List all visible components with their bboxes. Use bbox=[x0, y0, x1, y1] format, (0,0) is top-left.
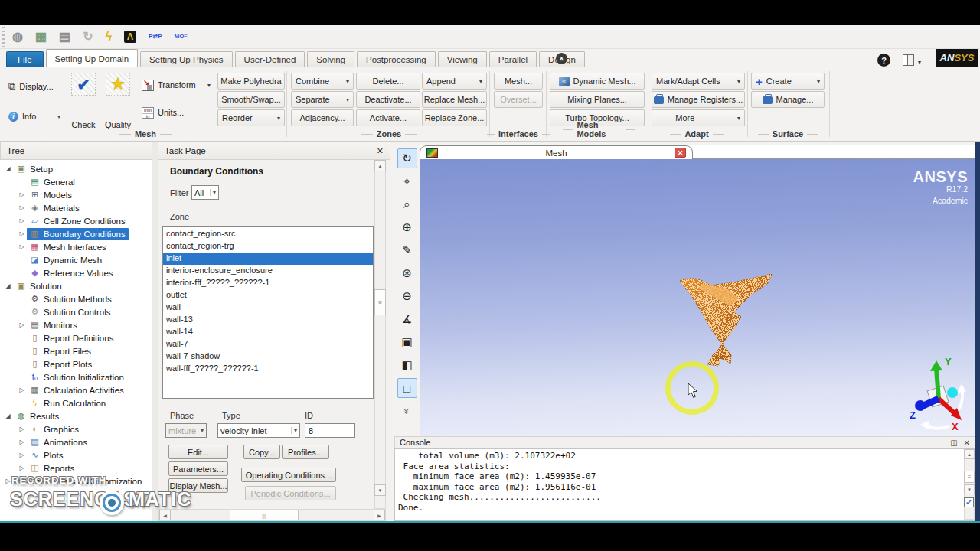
more-adapt-button[interactable]: More▾ bbox=[652, 109, 745, 126]
profiles-button[interactable]: Profiles... bbox=[282, 445, 329, 459]
zoom-out-icon[interactable]: ⊖ bbox=[397, 286, 417, 306]
manage-registers-button[interactable]: Manage Registers... bbox=[652, 91, 745, 108]
display-button[interactable]: ⧉Display... bbox=[5, 77, 64, 96]
tree-item[interactable]: ◪ Dynamic Mesh bbox=[0, 253, 152, 266]
zoom-in-icon[interactable]: ⊕ bbox=[397, 217, 417, 237]
console-close-icon[interactable]: ✕ bbox=[964, 439, 970, 447]
tree-item[interactable]: ▯ Report Definitions bbox=[0, 331, 152, 344]
edit-button[interactable]: Edit... bbox=[168, 445, 228, 459]
tree-item[interactable]: ▷ ◈ Materials bbox=[0, 201, 152, 214]
mixing-planes-button[interactable]: Mixing Planes... bbox=[550, 91, 645, 108]
scroll-right-icon[interactable]: ▶ bbox=[374, 510, 385, 520]
delete-button[interactable]: Delete... bbox=[356, 73, 420, 90]
deactivate-button[interactable]: Deactivate... bbox=[356, 91, 420, 108]
console-output[interactable]: total volume (m3): 2.107322e+02 Face are… bbox=[394, 448, 975, 521]
zone-list-item[interactable]: contact_region-trg bbox=[163, 240, 373, 253]
tree-item[interactable]: ⚙ Solution Controls bbox=[0, 305, 152, 318]
help-icon[interactable]: ? bbox=[877, 54, 890, 67]
zone-list-item[interactable]: interior-enclosure_enclosure bbox=[163, 265, 373, 277]
zone-list-item[interactable]: inlet bbox=[163, 253, 373, 265]
tree-item[interactable]: ▷ ▦ Calculation Activities bbox=[0, 383, 152, 396]
tree-expander-icon[interactable]: ▷ bbox=[17, 452, 27, 458]
adjacency-button[interactable]: Adjacency... bbox=[291, 109, 354, 126]
console-scroll-down-icon[interactable]: ▼ bbox=[964, 484, 975, 494]
zone-list-item[interactable]: wall bbox=[163, 302, 373, 314]
tree-expander-icon[interactable]: ◢ bbox=[3, 282, 13, 289]
quality-button[interactable]: ★Quality bbox=[100, 73, 136, 129]
tree-item[interactable]: ▷ ▤ Monitors bbox=[0, 318, 152, 331]
tree-expander-icon[interactable]: ▷ bbox=[17, 243, 27, 250]
scroll-down-icon[interactable]: ▼ bbox=[374, 484, 386, 496]
task-page-close-icon[interactable]: ✕ bbox=[377, 146, 384, 156]
calculate-icon[interactable]: ϟ bbox=[106, 31, 112, 43]
save-case-icon[interactable]: ▤ bbox=[59, 31, 70, 43]
tree-expander-icon[interactable]: ▷ bbox=[17, 465, 27, 471]
zone-list-item[interactable]: wall-fff_?????_??????-1 bbox=[163, 363, 373, 375]
filter-dropdown[interactable]: All▾ bbox=[191, 185, 219, 200]
console-scroll-up-icon[interactable]: ▲ bbox=[964, 449, 975, 459]
snapshot-icon[interactable]: ▣ bbox=[397, 332, 417, 352]
tree-item[interactable]: ▷ ◫ Reports bbox=[0, 461, 152, 474]
tree-expander-icon[interactable]: ▷ bbox=[17, 217, 27, 224]
zone-list-item[interactable]: contact_region-src bbox=[163, 228, 373, 240]
tree-item[interactable]: ▯ Report Files bbox=[0, 344, 152, 357]
activate-button[interactable]: Activate... bbox=[356, 109, 420, 126]
measure-icon[interactable]: ∡ bbox=[397, 309, 417, 329]
collapse-ribbon-icon[interactable]: ∧ bbox=[556, 53, 567, 64]
import-case-icon[interactable]: ▦ bbox=[35, 31, 47, 43]
tree-expander-icon[interactable]: ▷ bbox=[17, 386, 27, 393]
mesh-tab-close-icon[interactable]: ✕ bbox=[675, 148, 686, 158]
copy-button[interactable]: Copy... bbox=[243, 445, 280, 459]
ribbon-tab[interactable]: Solving bbox=[307, 51, 354, 67]
tree-expander-icon[interactable]: ▷ bbox=[17, 204, 27, 211]
pan-icon[interactable]: ⌖ bbox=[397, 171, 417, 191]
zone-list-item[interactable]: wall-7-shadow bbox=[163, 350, 373, 363]
tree-expander-icon[interactable]: ▷ bbox=[17, 439, 27, 445]
tree-item[interactable]: ◢ ▣ Setup bbox=[0, 162, 152, 175]
tree-expander-icon[interactable]: ▷ bbox=[17, 321, 27, 328]
scroll-up-icon[interactable]: ▲ bbox=[374, 160, 386, 171]
ansys-a-icon[interactable]: Λ bbox=[124, 31, 136, 43]
smooth-swap-button[interactable]: Smooth/Swap... bbox=[217, 91, 285, 108]
id-field[interactable] bbox=[305, 423, 355, 438]
tree-item[interactable]: ▤ General bbox=[0, 175, 152, 188]
make-polyhedra-button[interactable]: Make Polyhedra bbox=[217, 73, 285, 90]
profile-transfer-icon[interactable]: P⇄P bbox=[149, 34, 162, 40]
iso-view-icon[interactable]: □ bbox=[397, 378, 417, 398]
zone-list-item[interactable]: interior-fff_?????_??????-1 bbox=[163, 277, 373, 289]
info-button[interactable]: iInfo▾ bbox=[5, 107, 64, 126]
check-button[interactable]: ✔Check bbox=[67, 73, 100, 129]
console-autoscroll-checkbox[interactable]: ✔ bbox=[964, 497, 974, 507]
tree-item[interactable]: ϟ Run Calculation bbox=[0, 396, 152, 409]
window-layout-icon[interactable] bbox=[903, 54, 914, 66]
separate-button[interactable]: Separate▾ bbox=[291, 91, 354, 108]
task-page-vscrollbar[interactable] bbox=[374, 160, 386, 509]
mesh-window-tab[interactable]: Mesh ✕ bbox=[420, 145, 693, 159]
zone-list-item[interactable]: wall-7 bbox=[163, 338, 373, 350]
graphics-viewport[interactable]: ANSYS R17.2 Academic bbox=[420, 159, 975, 436]
reorder-button[interactable]: Reorder▾ bbox=[217, 109, 285, 126]
tree-item[interactable]: t₀ Solution Initialization bbox=[0, 370, 152, 383]
console-dock-icon[interactable]: ◫ bbox=[950, 439, 957, 447]
ribbon-tab[interactable]: User-Defined bbox=[235, 51, 305, 67]
tree-expander-icon[interactable]: ▷ bbox=[17, 230, 27, 237]
manage-surface-button[interactable]: Manage... bbox=[751, 91, 825, 108]
append-button[interactable]: Append▾ bbox=[422, 73, 487, 90]
interfaces-mesh-button[interactable]: Mesh... bbox=[494, 73, 543, 90]
read-mesh-icon[interactable]: ◍ bbox=[12, 31, 23, 43]
hscroll-thumb[interactable]: ||| bbox=[230, 510, 299, 520]
layout-caret-icon[interactable]: ▾ bbox=[918, 59, 921, 66]
tree-item[interactable]: ▷ ▥ Boundary Conditions bbox=[0, 227, 152, 240]
tree-item[interactable]: ◆ Reference Values bbox=[0, 266, 152, 279]
replace-zone-button[interactable]: Replace Zone... bbox=[422, 109, 487, 126]
ribbon-tab[interactable]: Viewing bbox=[438, 51, 487, 67]
tree-item[interactable]: ◢ ◍ Results bbox=[0, 409, 152, 422]
tree-item[interactable]: ◢ ▣ Solution bbox=[0, 279, 152, 292]
mark-adapt-cells-button[interactable]: Mark/Adapt Cells▾ bbox=[652, 73, 745, 90]
dynamic-mesh-button[interactable]: ≈Dynamic Mesh... bbox=[550, 73, 645, 90]
ribbon-tab[interactable]: Parallel bbox=[489, 51, 537, 67]
ribbon-tab[interactable]: Setting Up Domain bbox=[46, 49, 139, 67]
view-options-icon[interactable]: ◧ bbox=[397, 355, 417, 375]
tree-item[interactable]: ▷ ▦ Mesh Interfaces bbox=[0, 240, 152, 253]
ribbon-tab[interactable]: Postprocessing bbox=[357, 51, 436, 67]
